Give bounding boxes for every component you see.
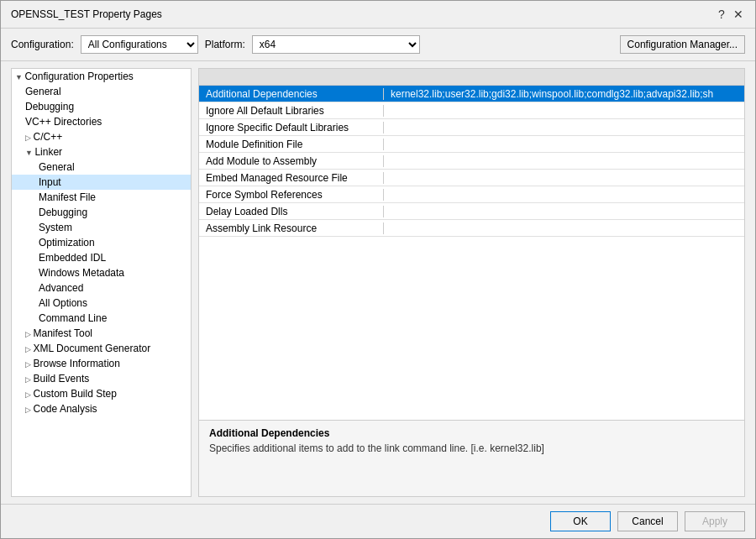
prop-name-assembly-link: Assembly Link Resource	[199, 222, 384, 234]
platform-select[interactable]: x64	[252, 35, 420, 54]
tree-item-linker-embedded-idl[interactable]: Embedded IDL	[12, 250, 191, 265]
tree-item-label: Windows Metadata	[39, 267, 124, 279]
tree-item-vc-dirs[interactable]: VC++ Directories	[12, 114, 191, 129]
tree-item-label: Advanced	[39, 282, 83, 294]
tree-item-label: VC++ Directories	[25, 116, 102, 128]
tree-item-label: Browse Information	[34, 358, 120, 369]
apply-button[interactable]: Apply	[685, 511, 745, 531]
tree-item-label: Input	[39, 176, 61, 188]
tree-item-linker-input[interactable]: Input	[12, 175, 191, 190]
tree-item-custom-build[interactable]: ▷ Custom Build Step	[12, 386, 191, 401]
tree-item-linker-manifest[interactable]: Manifest File	[12, 190, 191, 205]
description-panel: Additional Dependencies Specifies additi…	[199, 421, 744, 496]
main-content: ▼ Configuration PropertiesGeneralDebuggi…	[1, 61, 755, 504]
tree-item-xml-doc-gen[interactable]: ▷ XML Document Generator	[12, 341, 191, 356]
prop-row-embed-managed[interactable]: Embed Managed Resource File	[199, 170, 744, 186]
tree-arrow: ▷	[25, 390, 34, 399]
tree-arrow: ▼	[15, 73, 24, 81]
ok-button[interactable]: OK	[550, 511, 611, 531]
tree-item-label: Custom Build Step	[34, 388, 117, 400]
tree-item-label: Code Analysis	[34, 403, 97, 415]
prop-row-assembly-link[interactable]: Assembly Link Resource	[199, 220, 744, 237]
tree-arrow: ▷	[25, 345, 34, 353]
prop-row-delay-loaded[interactable]: Delay Loaded Dlls	[199, 203, 744, 220]
description-text: Specifies additional items to add to the…	[209, 442, 734, 454]
tree-item-label: Manifest Tool	[34, 327, 92, 339]
tree-item-code-analysis[interactable]: ▷ Code Analysis	[12, 401, 191, 416]
prop-row-force-symbol[interactable]: Force Symbol References	[199, 186, 744, 203]
configuration-select[interactable]: All Configurations	[81, 35, 198, 54]
tree-arrow: ▷	[25, 330, 34, 338]
prop-name-delay-loaded: Delay Loaded Dlls	[199, 206, 384, 217]
tree-item-linker[interactable]: ▼ Linker	[12, 144, 191, 160]
prop-row-ignore-specific[interactable]: Ignore Specific Default Libraries	[199, 119, 744, 136]
tree-item-label: System	[39, 222, 72, 233]
title-bar-buttons: ? ✕	[715, 8, 745, 21]
title-bar: OPENSSL_TEST Property Pages ? ✕	[1, 1, 755, 29]
right-panel: Additional Dependencies kernel32.lib;use…	[198, 68, 745, 497]
tree-item-label: Build Events	[34, 373, 90, 385]
tree-item-label: XML Document Generator	[34, 343, 151, 354]
prop-row-ignore-default[interactable]: Ignore All Default Libraries	[199, 102, 744, 119]
prop-name-ignore-specific: Ignore Specific Default Libraries	[199, 122, 384, 133]
property-pages-dialog: OPENSSL_TEST Property Pages ? ✕ Configur…	[0, 0, 756, 539]
prop-row-additional-deps[interactable]: Additional Dependencies kernel32.lib;use…	[199, 86, 744, 102]
tree-panel: ▼ Configuration PropertiesGeneralDebuggi…	[11, 68, 192, 497]
tree-item-label: All Options	[39, 297, 87, 309]
prop-name-module-def: Module Definition File	[199, 139, 384, 150]
tree-item-manifest-tool[interactable]: ▷ Manifest Tool	[12, 326, 191, 341]
tree-item-general[interactable]: General	[12, 84, 191, 99]
description-title: Additional Dependencies	[209, 427, 734, 439]
prop-name-additional-deps: Additional Dependencies	[199, 88, 384, 100]
tree-item-linker-cmdline[interactable]: Command Line	[12, 311, 191, 326]
tree-item-browse-info[interactable]: ▷ Browse Information	[12, 356, 191, 371]
tree-item-c-cpp[interactable]: ▷ C/C++	[12, 129, 191, 144]
tree-arrow: ▷	[25, 406, 34, 414]
tree-item-label: Debugging	[25, 101, 74, 113]
config-bar: Configuration: All Configurations Platfo…	[1, 29, 755, 61]
platform-label: Platform:	[205, 39, 245, 50]
config-label: Configuration:	[11, 39, 74, 50]
help-button[interactable]: ?	[715, 8, 728, 21]
tree-item-linker-all-options[interactable]: All Options	[12, 296, 191, 311]
config-manager-button[interactable]: Configuration Manager...	[620, 35, 745, 54]
tree-item-label: C/C++	[34, 131, 63, 143]
tree-item-linker-windows-meta[interactable]: Windows Metadata	[12, 265, 191, 280]
prop-value-additional-deps: kernel32.lib;user32.lib;gdi32.lib;winspo…	[384, 88, 744, 100]
tree-item-label: Configuration Properties	[24, 71, 133, 82]
cancel-button[interactable]: Cancel	[617, 511, 678, 531]
tree-item-label: Linker	[34, 146, 62, 158]
tree-item-label: General	[39, 161, 75, 173]
tree-item-debugging[interactable]: Debugging	[12, 99, 191, 114]
dialog-title: OPENSSL_TEST Property Pages	[11, 8, 162, 20]
tree-arrow: ▼	[25, 149, 34, 157]
tree-item-linker-system[interactable]: System	[12, 220, 191, 235]
tree-item-label: Optimization	[39, 237, 95, 249]
tree-item-label: Command Line	[39, 312, 107, 324]
close-button[interactable]: ✕	[732, 8, 745, 21]
tree-item-linker-advanced[interactable]: Advanced	[12, 280, 191, 296]
tree-item-config-props[interactable]: ▼ Configuration Properties	[12, 69, 191, 84]
prop-name-embed-managed: Embed Managed Resource File	[199, 172, 384, 184]
tree-item-linker-general[interactable]: General	[12, 160, 191, 175]
prop-name-ignore-default: Ignore All Default Libraries	[199, 105, 384, 117]
tree-item-label: Manifest File	[39, 191, 96, 203]
tree-arrow: ▷	[25, 375, 34, 384]
prop-header	[199, 69, 744, 86]
tree-item-label: General	[25, 86, 61, 97]
tree-item-label: Embedded IDL	[39, 252, 106, 264]
properties-grid: Additional Dependencies kernel32.lib;use…	[199, 69, 744, 421]
tree-item-build-events[interactable]: ▷ Build Events	[12, 371, 191, 386]
tree-arrow: ▷	[25, 360, 34, 369]
tree-item-label: Debugging	[39, 207, 87, 218]
bottom-bar: OK Cancel Apply	[1, 504, 755, 538]
prop-row-module-def[interactable]: Module Definition File	[199, 136, 744, 153]
tree-item-linker-opt[interactable]: Optimization	[12, 235, 191, 250]
prop-name-force-symbol: Force Symbol References	[199, 189, 384, 201]
prop-name-add-module: Add Module to Assembly	[199, 155, 384, 167]
tree-arrow: ▷	[25, 133, 34, 142]
prop-row-add-module[interactable]: Add Module to Assembly	[199, 153, 744, 170]
tree-item-linker-debug[interactable]: Debugging	[12, 205, 191, 220]
